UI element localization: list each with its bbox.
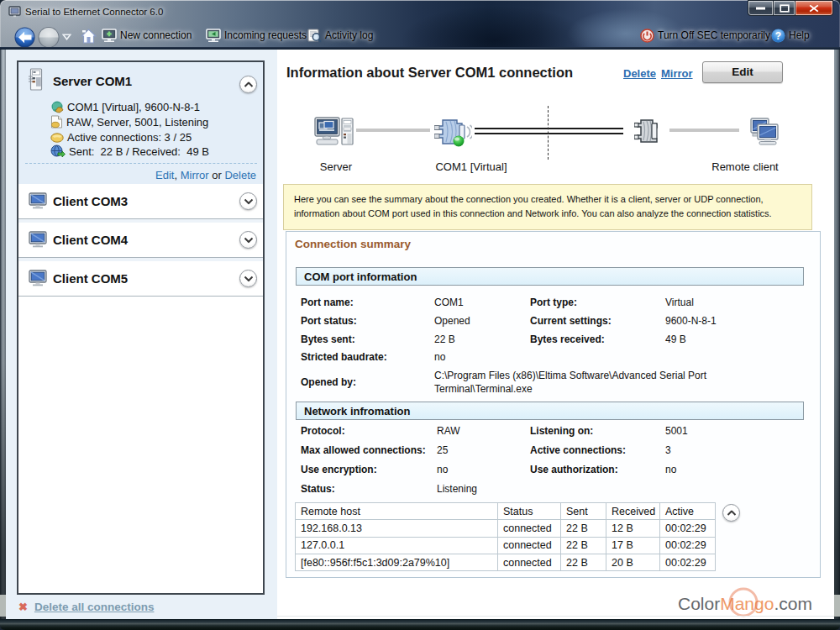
svg-text:?: ? [775, 30, 781, 42]
